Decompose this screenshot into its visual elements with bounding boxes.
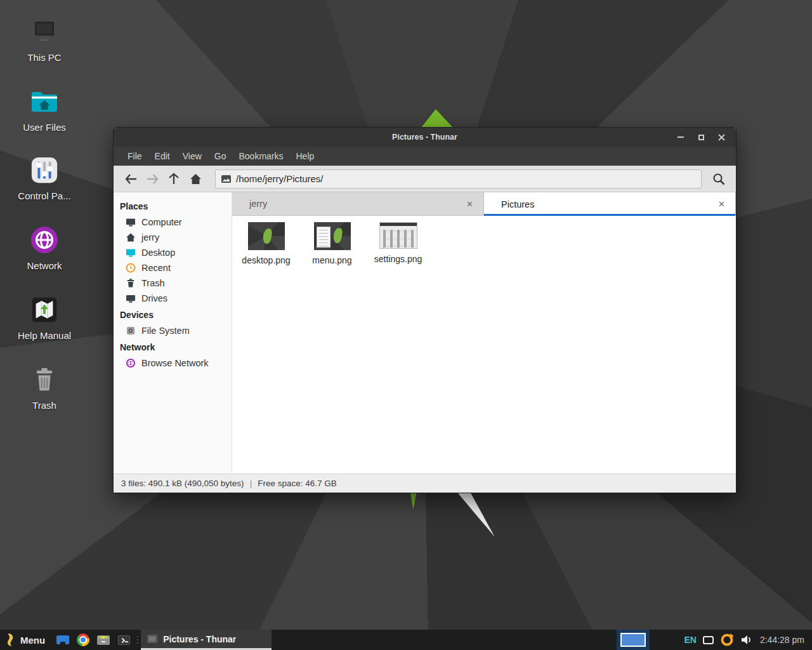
menu-bookmarks[interactable]: Bookmarks [232, 147, 289, 166]
sidebar-item-file-system[interactable]: File System [114, 323, 232, 338]
update-manager-icon[interactable] [720, 633, 734, 647]
sidebar-item-desktop[interactable]: Desktop [114, 245, 232, 260]
volume-icon[interactable] [740, 634, 752, 646]
sidebar-item-label: jerry [141, 232, 159, 242]
forward-icon [147, 174, 159, 184]
sidebar-item-drives[interactable]: Drives [114, 291, 232, 306]
tab-close-button[interactable]: ✕ [464, 198, 476, 210]
tab-label: jerry [249, 199, 464, 209]
sidebar-header-places: Places [114, 197, 232, 215]
trash-icon [9, 364, 80, 395]
sidebar-item-label: File System [141, 326, 190, 336]
menubar: File Edit View Go Bookmarks Help [114, 147, 736, 166]
display-tray-icon[interactable] [703, 636, 714, 644]
desktop-icon-help-manual[interactable]: Help Manual [9, 295, 80, 341]
sidebar-item-label: Recent [141, 263, 171, 273]
file-manager-launcher[interactable] [93, 630, 114, 650]
back-button[interactable] [120, 169, 141, 189]
up-icon [169, 173, 179, 185]
status-separator: | [250, 479, 252, 488]
back-icon [125, 174, 137, 184]
file-thumbnail [314, 222, 351, 250]
file-thumbnail [248, 222, 285, 250]
workspace-pager[interactable] [617, 630, 650, 650]
close-button[interactable] [714, 130, 728, 144]
keyboard-layout-indicator[interactable]: EN [684, 635, 696, 645]
sidebar-item-label: Trash [141, 278, 165, 288]
clock[interactable]: 2:44:28 pm [759, 635, 807, 645]
recent-clock-icon [126, 263, 136, 273]
chrome-launcher[interactable] [73, 630, 93, 650]
tasklist-handle [134, 630, 141, 650]
sidebar-item-computer[interactable]: Computer [114, 215, 232, 230]
path-bar[interactable]: /home/jerry/Pictures/ [215, 169, 702, 189]
desktop-icon-user-files[interactable]: User Files [9, 86, 80, 133]
terminal-launcher[interactable] [114, 630, 134, 650]
sidebar-header-network: Network [114, 338, 232, 355]
menu-edit[interactable]: Edit [148, 147, 176, 166]
tab-jerry[interactable]: jerry ✕ [232, 192, 484, 216]
sidebar-item-label: Drives [141, 293, 167, 303]
sidebar-item-jerry[interactable]: jerry [114, 230, 232, 245]
menu-file[interactable]: File [121, 147, 148, 166]
file-manager-icon [97, 635, 110, 645]
desktop-icon-label: Network [9, 260, 80, 271]
desktop-icon-control-panel[interactable]: Control Pa... [9, 155, 80, 201]
desktop-icon-label: Control Pa... [9, 190, 80, 201]
file-settings-png[interactable]: settings.png [368, 222, 428, 264]
wallpaper-white-ray [454, 493, 495, 537]
browse-network-icon [126, 358, 136, 368]
mint-menu-icon [6, 633, 15, 647]
search-icon [712, 173, 725, 185]
sidebar-item-label: Computer [141, 217, 182, 227]
file-menu-png[interactable]: menu.png [302, 222, 362, 265]
desktop-icon-network[interactable]: Network [9, 225, 80, 271]
filesystem-icon [126, 326, 136, 336]
desktop-icon-this-pc[interactable]: This PC [9, 17, 80, 63]
window-title: Pictures - Thunar [114, 133, 736, 142]
menu-view[interactable]: View [176, 147, 208, 166]
window-task-icon [147, 635, 157, 643]
menu-go[interactable]: Go [208, 147, 233, 166]
tab-bar: jerry ✕ Pictures ✕ [232, 192, 736, 216]
path-text: /home/jerry/Pictures/ [236, 173, 324, 184]
terminal-icon [118, 635, 130, 645]
up-button[interactable] [163, 169, 185, 189]
menu-button[interactable]: Menu [0, 630, 53, 650]
chrome-icon [77, 633, 89, 646]
file-view[interactable]: desktop.png menu.png settings.png [232, 216, 736, 474]
sidebar-item-label: Desktop [141, 248, 175, 258]
home-button[interactable] [185, 169, 206, 189]
side-pane: Places Computer jerry Desktop Recent Tra… [114, 192, 232, 474]
maximize-button[interactable] [694, 130, 708, 144]
computer-icon [9, 17, 80, 47]
file-name: settings.png [374, 254, 422, 264]
tab-pictures[interactable]: Pictures ✕ [484, 192, 736, 216]
window-titlebar[interactable]: Pictures - Thunar [114, 128, 736, 147]
home-icon [126, 232, 136, 242]
file-desktop-png[interactable]: desktop.png [236, 222, 296, 265]
tab-close-button[interactable]: ✕ [716, 198, 728, 210]
user-folder-icon [9, 86, 80, 117]
desktop-icon-trash[interactable]: Trash [9, 364, 80, 411]
task-button-thunar[interactable]: Pictures - Thunar [141, 630, 272, 650]
thunar-window: Pictures - Thunar File Edit View Go Book… [113, 127, 737, 493]
sidebar-item-recent[interactable]: Recent [114, 260, 232, 275]
tab-label: Pictures [501, 199, 716, 209]
desktop-icon-label: Help Manual [9, 330, 80, 341]
image-icon [221, 175, 231, 183]
minimize-button[interactable] [674, 130, 688, 144]
file-thumbnail [379, 222, 417, 249]
forward-button[interactable] [141, 169, 163, 189]
task-button-label: Pictures - Thunar [163, 634, 236, 644]
menu-help[interactable]: Help [290, 147, 321, 166]
sidebar-item-label: Browse Network [141, 358, 209, 368]
status-files-summary: 3 files: 490.1 kB (490,050 bytes) [121, 479, 244, 488]
mint-logo-peak [421, 109, 454, 128]
sidebar-item-browse-network[interactable]: Browse Network [114, 355, 232, 371]
system-tray: EN 2:44:28 pm [650, 630, 812, 650]
sidebar-item-trash[interactable]: Trash [114, 275, 232, 291]
show-desktop-button[interactable] [53, 630, 73, 650]
minimize-icon [678, 136, 684, 138]
search-button[interactable] [708, 169, 730, 189]
